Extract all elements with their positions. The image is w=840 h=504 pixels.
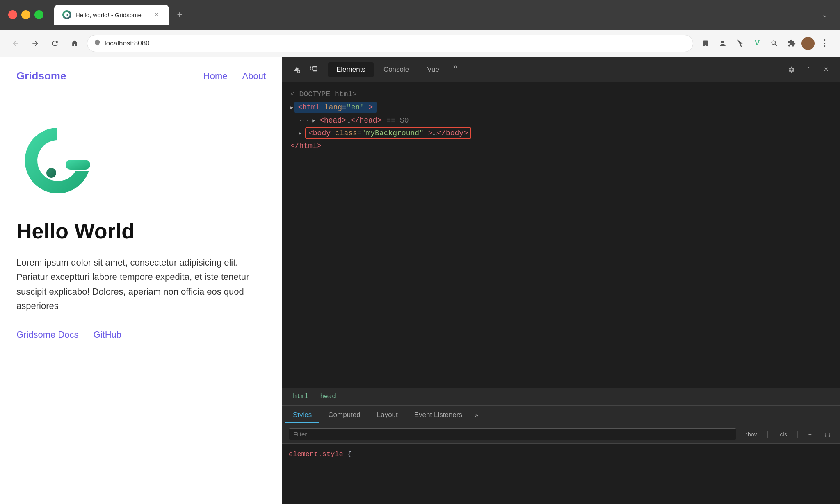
html-tag-selected: <html lang="en" > [294, 102, 377, 113]
refresh-button[interactable] [48, 36, 62, 51]
webpage-panel: Gridsome Home About [0, 57, 282, 504]
active-tab[interactable]: Hello, world! - Gridsome × [54, 5, 169, 25]
doctype-text: <!DOCTYPE html> [290, 90, 357, 98]
devtools-settings-button[interactable] [784, 62, 799, 77]
element-selector-tool[interactable] [289, 62, 304, 77]
title-bar: Hello, world! - Gridsome × + ⌄ [0, 0, 840, 30]
head-tag: <head>…</head> [320, 116, 381, 125]
layout-icon-button[interactable]: ⬚ [822, 429, 833, 439]
site-logo[interactable]: Gridsome [16, 70, 66, 82]
body-tag-selected: <body class="myBackground" >…</body> [306, 128, 470, 138]
back-button[interactable] [8, 36, 23, 51]
styles-filter-row: :hov | .cls | + ⬚ [282, 425, 840, 444]
dots-indicator: ··· [299, 117, 309, 124]
styles-content: element.style { [282, 444, 840, 504]
elements-tab[interactable]: Elements [328, 62, 374, 77]
add-style-button[interactable]: + [805, 429, 815, 439]
bookmark-button[interactable] [698, 36, 713, 51]
browser-window: Hello, world! - Gridsome × + ⌄ localhost… [0, 0, 840, 504]
site-footer-links: Gridsome Docs GitHub [16, 329, 266, 340]
svg-point-1 [46, 168, 56, 178]
maximize-traffic-light[interactable] [34, 10, 43, 19]
minimize-traffic-light[interactable] [21, 10, 30, 19]
new-tab-button[interactable]: + [172, 7, 187, 22]
nav-bar: localhost:8080 V ⋮ [0, 30, 840, 57]
cls-filter-button[interactable]: .cls [775, 429, 790, 439]
site-content: Hello World Lorem ipsum dolor sit amet, … [0, 95, 282, 365]
page-heading: Hello World [16, 220, 266, 243]
close-traffic-light[interactable] [8, 10, 17, 19]
gridsome-logo [16, 120, 266, 203]
github-link[interactable]: GitHub [94, 329, 121, 340]
page-body: Lorem ipsum dolor sit amet, consectetur … [16, 255, 266, 313]
head-triangle: ▶ [312, 118, 318, 124]
device-emulation-tool[interactable] [307, 62, 322, 77]
devtools-bottom-tabs: Styles Computed Layout Event Listeners » [282, 406, 840, 425]
forward-button[interactable] [28, 36, 43, 51]
security-icon [94, 39, 100, 48]
nav-about-link[interactable]: About [242, 71, 266, 82]
dom-body-selected[interactable]: ▶ <body class="myBackground" >…</body> [290, 126, 832, 140]
hov-filter-button[interactable]: :hov [743, 429, 760, 439]
user-button[interactable] [715, 36, 730, 51]
element-style-line: element.style { [289, 449, 833, 460]
tab-favicon [62, 10, 71, 19]
devtools-panel: Elements Console Vue » ⋮ × <!DOCTYPE htm… [282, 57, 840, 504]
more-bottom-tabs[interactable]: » [475, 412, 478, 419]
devtools-more-button[interactable]: ⋮ [801, 62, 816, 77]
address-bar[interactable]: localhost:8080 [87, 35, 693, 52]
layout-tab[interactable]: Layout [370, 408, 405, 423]
puzzle-extension-button[interactable] [784, 36, 799, 51]
devtools-header: Elements Console Vue » ⋮ × [282, 57, 840, 82]
chrome-menu-button[interactable]: ⋮ [817, 36, 832, 51]
dom-tree: <!DOCTYPE html> ▶ <html lang="en" > ··· … [282, 82, 840, 388]
devtools-tab-bar: Elements Console Vue » [328, 62, 461, 77]
dollar-zero: == $0 [386, 116, 409, 125]
site-header: Gridsome Home About [0, 57, 282, 95]
tab-overflow-button[interactable]: ⌄ [817, 7, 832, 22]
computed-tab[interactable]: Computed [321, 408, 368, 423]
tab-bar: Hello, world! - Gridsome × + ⌄ [54, 5, 832, 25]
gridsome-docs-link[interactable]: Gridsome Docs [16, 329, 79, 340]
main-area: Gridsome Home About [0, 57, 840, 504]
styles-filter-input[interactable] [289, 428, 736, 440]
vue-extension-button[interactable]: V [750, 36, 765, 51]
styles-tab[interactable]: Styles [285, 408, 319, 423]
devtools-breadcrumb: html head [282, 388, 840, 406]
event-listeners-tab[interactable]: Event Listeners [407, 408, 470, 423]
traffic-lights [8, 10, 43, 19]
gridsome-logo-svg [16, 120, 98, 202]
inspector-extension-button[interactable] [767, 36, 782, 51]
cursor-extension-button[interactable] [733, 36, 747, 51]
dom-html-selected[interactable]: ▶ <html lang="en" > [290, 100, 832, 115]
url-text: localhost:8080 [105, 39, 150, 48]
tab-close-button[interactable]: × [153, 11, 161, 19]
nav-home-link[interactable]: Home [203, 71, 228, 82]
devtools-actions: ⋮ × [784, 62, 833, 77]
dom-doctype[interactable]: <!DOCTYPE html> [290, 89, 832, 100]
html-close-tag: </html> [290, 142, 322, 150]
dom-head[interactable]: ··· ▶ <head>…</head> == $0 [290, 115, 832, 126]
body-triangle: ▶ [299, 130, 304, 136]
nav-actions: V ⋮ [698, 36, 832, 51]
devtools-bottom-panel: Styles Computed Layout Event Listeners »… [282, 406, 840, 504]
svg-rect-2 [66, 160, 90, 170]
vue-tab[interactable]: Vue [419, 62, 447, 77]
user-avatar[interactable] [801, 37, 815, 50]
console-tab[interactable]: Console [375, 62, 417, 77]
home-button[interactable] [67, 36, 82, 51]
breadcrumb-head[interactable]: head [316, 391, 340, 402]
site-nav: Home About [203, 71, 266, 82]
tab-title: Hello, world! - Gridsome [75, 11, 148, 18]
more-tabs-button[interactable]: » [449, 62, 461, 77]
breadcrumb-html[interactable]: html [289, 391, 313, 402]
devtools-close-button[interactable]: × [819, 62, 833, 77]
dom-html-close[interactable]: </html> [290, 140, 832, 152]
